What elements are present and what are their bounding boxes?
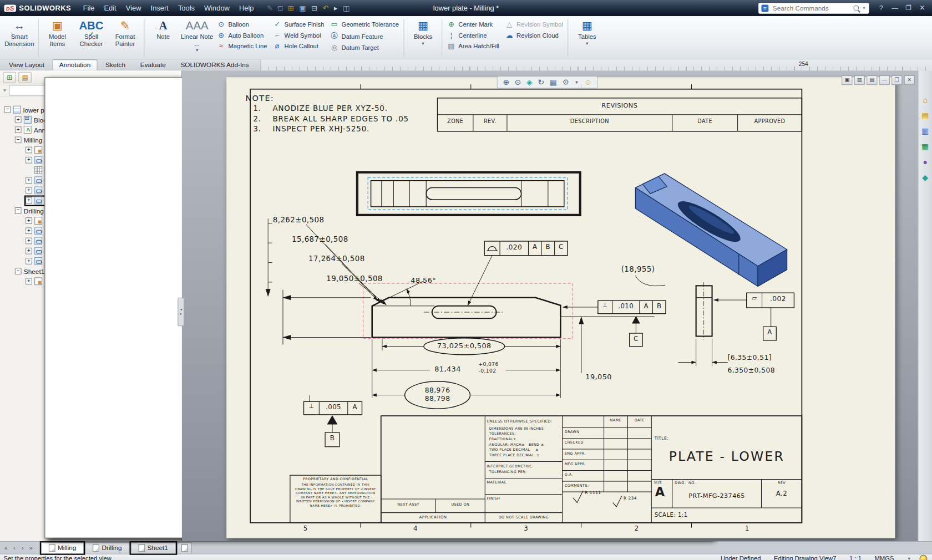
area-hatch-button[interactable]: ▨ Area Hatch/Fill: [444, 42, 503, 50]
view-orientation-icon[interactable]: ◈: [526, 78, 533, 86]
prev-sheet-icon[interactable]: ‹: [10, 544, 18, 551]
expander-icon[interactable]: [15, 268, 22, 274]
zoom-in-icon[interactable]: ⊕: [503, 78, 509, 86]
view-palette-icon[interactable]: ▦: [921, 142, 929, 151]
expander-icon[interactable]: [26, 258, 32, 264]
dimension[interactable]: 19,050±0,508: [326, 274, 383, 282]
expander-icon[interactable]: [4, 106, 11, 113]
sheet-tab-drilling[interactable]: Drilling: [85, 542, 129, 553]
expander-icon[interactable]: [26, 157, 32, 164]
tab-evaluate[interactable]: Evaluate: [133, 59, 173, 70]
expander-icon[interactable]: [26, 197, 32, 204]
model-items-button[interactable]: ▣ Model Items: [40, 17, 74, 59]
expander-icon[interactable]: [26, 177, 32, 184]
custom-properties-icon[interactable]: ◆: [922, 173, 928, 182]
dimension[interactable]: 17,264±0,508: [308, 255, 365, 263]
dimension[interactable]: 15,687±0,508: [292, 235, 348, 243]
datum-feature-button[interactable]: Ⓐ Datum Feature: [327, 31, 402, 41]
search-input[interactable]: [772, 4, 851, 12]
gdt-value[interactable]: .020: [500, 243, 528, 251]
dimension[interactable]: 8,262±0,508: [273, 216, 325, 223]
reference-dimension[interactable]: (18,955): [621, 265, 655, 273]
dropdown-icon[interactable]: ▼: [585, 42, 589, 46]
pin-icon[interactable]: ✎: [267, 4, 273, 12]
expander-icon[interactable]: [15, 126, 22, 133]
dimension[interactable]: 88,798: [406, 395, 470, 403]
save-icon[interactable]: ▣: [299, 4, 306, 12]
feature-manager-tab-icon[interactable]: ⊞: [3, 72, 16, 83]
surface-finish-button[interactable]: ✓ Surface Finish: [270, 20, 327, 28]
status-indicator-icon[interactable]: [920, 555, 928, 560]
balloon-button[interactable]: ⊙ Balloon: [214, 20, 270, 28]
panel-splitter-handle[interactable]: ◂▸: [178, 298, 184, 326]
options-icon[interactable]: ◫: [343, 4, 350, 12]
minimize-doc-button[interactable]: —: [879, 75, 890, 85]
dimension[interactable]: 73,025±0,508: [424, 342, 504, 349]
blocks-button[interactable]: ▦ Blocks ▼: [406, 17, 440, 59]
center-mark-button[interactable]: ⊕ Center Mark: [444, 20, 503, 28]
help-button[interactable]: ?: [875, 4, 888, 12]
zoom-to-fit-icon[interactable]: ⊙: [515, 78, 521, 86]
menu-tools[interactable]: Tools: [173, 2, 199, 14]
expander-icon[interactable]: [26, 217, 32, 224]
magnetic-line-button[interactable]: ≈ Magnetic Line: [214, 42, 270, 50]
gdt-value[interactable]: .010: [612, 303, 640, 309]
linear-note-button[interactable]: AAA Linear Note ... ▼: [180, 17, 214, 59]
file-explorer-icon[interactable]: ▥: [921, 126, 929, 135]
auto-balloon-button[interactable]: ⊛ Auto Balloon: [214, 31, 270, 39]
status-units[interactable]: MMGS: [874, 554, 894, 560]
gdt-value[interactable]: .002: [762, 296, 794, 303]
angle-dimension[interactable]: 48,56°: [411, 277, 436, 284]
centerline-button[interactable]: ¦ Centerline: [444, 31, 503, 39]
new-document-icon[interactable]: □: [278, 4, 282, 12]
gdt-value[interactable]: .005: [319, 404, 347, 411]
smiley-icon[interactable]: ☺: [584, 78, 592, 86]
dropdown-icon[interactable]: ▼: [195, 48, 199, 53]
expander-icon[interactable]: [26, 238, 32, 245]
dimension[interactable]: 88,976: [406, 387, 470, 394]
spell-checker-button[interactable]: ABC✓ Spell Checker: [74, 17, 108, 59]
format-painter-button[interactable]: ✎ Format Painter: [108, 17, 142, 59]
note-button[interactable]: A Note: [146, 17, 180, 59]
dimension[interactable]: [6,35±0,51]: [727, 354, 772, 362]
dropdown-icon[interactable]: ▼: [575, 80, 579, 85]
tables-button[interactable]: ▦ Tables ▼: [570, 17, 604, 59]
expander-icon[interactable]: [26, 147, 32, 154]
task-home-icon[interactable]: ⌂: [923, 96, 927, 105]
restore-button[interactable]: ❐: [902, 4, 915, 12]
search-bar[interactable]: ≡ ▼: [758, 3, 869, 13]
drawing-sheet[interactable]: NOTE: 1. ANODIZE BLUE PER XYZ-50. 2. BRE…: [226, 77, 895, 538]
expander-icon[interactable]: [26, 278, 32, 284]
print-icon[interactable]: ⊟: [311, 4, 317, 12]
tab-annotation[interactable]: Annotation: [52, 59, 98, 70]
tree-item-sheet1[interactable]: Sheet1: [0, 266, 181, 276]
sheet-tab-sheet1[interactable]: Sheet1: [131, 542, 176, 553]
close-doc-button[interactable]: ✕: [904, 75, 915, 85]
select-arrow-icon[interactable]: ▸: [334, 4, 337, 12]
next-sheet-icon[interactable]: ›: [18, 544, 27, 551]
menu-insert[interactable]: Insert: [146, 2, 173, 14]
sheet-tab-milling[interactable]: Milling: [41, 542, 84, 553]
restore-doc-button[interactable]: ❐: [892, 75, 902, 85]
smart-dimension-button[interactable]: ↔ Smart Dimension: [2, 17, 36, 59]
dimension[interactable]: 81,434: [434, 365, 461, 373]
menu-file[interactable]: File: [78, 2, 99, 14]
datum-b-label[interactable]: B: [325, 435, 340, 441]
dimension[interactable]: 6,350±0,508: [727, 366, 775, 374]
units-dropdown-icon[interactable]: ▼: [907, 554, 911, 560]
close-button[interactable]: ✕: [916, 4, 929, 12]
datum-c-label[interactable]: C: [630, 335, 643, 342]
window-tile-icon[interactable]: ▥: [854, 75, 865, 85]
expander-icon[interactable]: [15, 207, 22, 214]
dimension[interactable]: 19,050: [585, 373, 612, 380]
geometric-tolerance-button[interactable]: ▭ Geometric Tolerance: [327, 20, 402, 28]
menu-window[interactable]: Window: [200, 2, 235, 14]
last-sheet-icon[interactable]: »: [27, 544, 35, 551]
property-manager-tab-icon[interactable]: ▤: [18, 72, 32, 83]
expander-icon[interactable]: [15, 116, 22, 123]
expander-icon[interactable]: [26, 248, 32, 254]
add-sheet-tab[interactable]: [177, 542, 192, 553]
expander-icon[interactable]: [15, 136, 22, 143]
tab-solidworks-addins[interactable]: SOLIDWORKS Add-Ins: [174, 59, 256, 70]
menu-edit[interactable]: Edit: [99, 2, 121, 14]
